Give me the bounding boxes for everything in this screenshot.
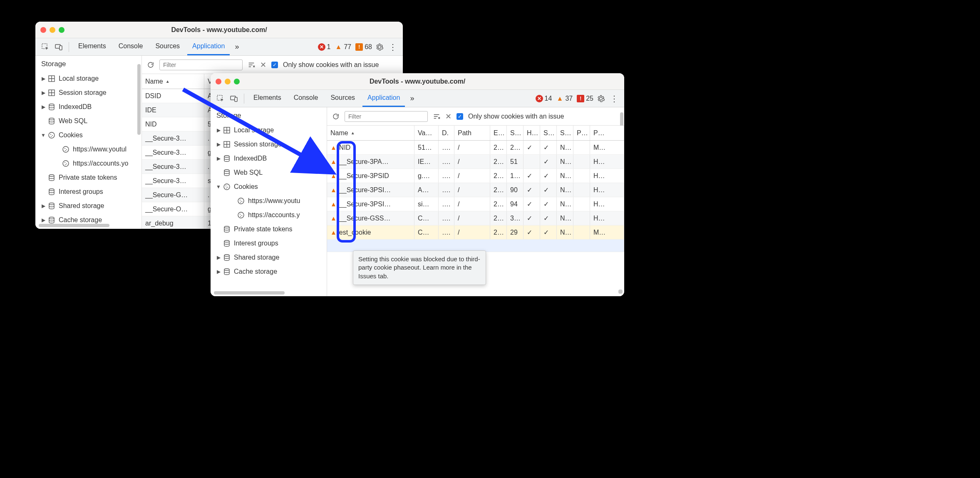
table-row[interactable]: ▲__Secure-3PA…IE……./2…51✓N…H… — [327, 155, 624, 169]
sidebar-item[interactable]: ▶Local storage — [38, 72, 139, 86]
warnings-badge[interactable]: ▲37 — [556, 95, 573, 102]
sidebar-item[interactable]: ▼Cookies — [213, 180, 324, 194]
clear-filter-icon[interactable] — [433, 113, 440, 120]
sidebar-item[interactable]: https://www.youtu — [213, 194, 324, 208]
tab-elements[interactable]: Elements — [248, 90, 286, 107]
disclosure-icon: ▼ — [216, 184, 221, 190]
kebab-icon[interactable]: ⋮ — [387, 41, 399, 53]
minimize-window[interactable] — [50, 27, 55, 33]
more-tabs-icon[interactable]: » — [232, 42, 241, 51]
more-tabs-icon[interactable]: » — [407, 94, 417, 103]
sidebar-item[interactable]: ▶Shared storage — [213, 250, 324, 265]
col-head[interactable]: E… — [490, 126, 507, 140]
sidebar-item[interactable]: ▶Session storage — [213, 137, 324, 151]
tab-elements[interactable]: Elements — [73, 38, 111, 55]
sidebar-item[interactable]: ▶Session storage — [38, 86, 139, 100]
warnings-badge[interactable]: ▲77 — [335, 43, 351, 51]
tab-application[interactable]: Application — [187, 38, 230, 55]
col-name[interactable]: Name — [142, 74, 204, 89]
sidebar-item[interactable]: https://accounts.yo — [38, 156, 139, 171]
device-icon[interactable] — [53, 41, 65, 53]
table-row[interactable]: ▲__Secure-GSS…C……./2…3…✓✓N…H… — [327, 211, 624, 225]
settings-icon[interactable] — [374, 41, 385, 53]
sidebar-item[interactable]: https://www.youtul — [38, 142, 139, 156]
sidebar-item[interactable]: Private state tokens — [213, 222, 324, 236]
tab-sources[interactable]: Sources — [150, 38, 185, 55]
refresh-icon[interactable] — [332, 113, 340, 120]
sidebar: Storage ▶Local storage▶Session storage▶I… — [35, 56, 142, 229]
col-head[interactable]: Name — [327, 126, 414, 140]
col-head[interactable]: H… — [523, 126, 540, 140]
col-head[interactable]: D. — [439, 126, 454, 140]
close-window[interactable] — [216, 79, 221, 84]
sidebar-item[interactable]: ▶IndexedDB — [213, 151, 324, 166]
tab-console[interactable]: Console — [289, 90, 323, 107]
col-head[interactable]: S… — [540, 126, 557, 140]
kebab-icon[interactable]: ⋮ — [608, 93, 620, 104]
filter-input[interactable] — [345, 111, 428, 122]
svg-point-41 — [226, 188, 227, 188]
col-head[interactable]: S… — [557, 126, 573, 140]
only-issues-checkbox[interactable]: ✓ — [271, 62, 278, 68]
close-window[interactable] — [40, 27, 46, 33]
tab-application[interactable]: Application — [362, 90, 405, 107]
sidebar-hscrollbar[interactable] — [214, 291, 285, 295]
errors-badge[interactable]: ✕1 — [318, 43, 331, 51]
cell: ▲est_cookie — [327, 225, 414, 239]
sidebar-item[interactable]: Private state tokens — [38, 171, 139, 185]
svg-point-42 — [238, 198, 244, 204]
disclosure-icon: ▶ — [216, 255, 221, 260]
sidebar-item[interactable]: ▼Cookies — [38, 128, 139, 142]
tab-sources[interactable]: Sources — [325, 90, 360, 107]
zoom-window[interactable] — [234, 79, 240, 84]
clear-all-icon[interactable]: ✕ — [260, 60, 266, 69]
errors-badge[interactable]: ✕14 — [536, 95, 552, 102]
sidebar-item[interactable]: Interest groups — [213, 236, 324, 250]
sidebar-item[interactable]: ▶Shared storage — [38, 199, 139, 213]
col-head[interactable]: P… — [590, 126, 624, 140]
svg-point-17 — [66, 149, 67, 150]
settings-icon[interactable] — [595, 93, 607, 104]
col-head[interactable]: S… — [507, 126, 523, 140]
messages-badge[interactable]: !25 — [577, 95, 593, 102]
only-issues-checkbox[interactable]: ✓ — [457, 113, 463, 120]
table-row[interactable]: ▲est_cookieC……./2…29✓✓N…M… — [327, 225, 624, 240]
messages-badge[interactable]: !68 — [355, 43, 372, 51]
col-head[interactable]: Va… — [414, 126, 439, 140]
table-row[interactable]: ▲NID51……./2…2…✓✓N…M… — [327, 141, 624, 155]
cell: ✓ — [523, 141, 540, 154]
table-row[interactable]: ▲__Secure-3PSIDg.……./2…1…✓✓N…H… — [327, 169, 624, 183]
device-icon[interactable] — [228, 93, 240, 104]
refresh-icon[interactable] — [147, 61, 154, 69]
clear-all-icon[interactable]: ✕ — [445, 112, 452, 121]
warning-icon: ▲ — [330, 172, 337, 179]
sidebar-hscrollbar[interactable] — [39, 224, 109, 227]
db-icon — [222, 240, 231, 247]
sidebar-scrollbar[interactable] — [137, 64, 141, 135]
col-head[interactable]: P… — [573, 126, 590, 140]
tab-console[interactable]: Console — [114, 38, 148, 55]
inspect-icon[interactable] — [40, 41, 51, 53]
cell: M… — [590, 225, 624, 239]
sidebar-item[interactable]: ▶IndexedDB — [38, 100, 139, 114]
sidebar-item[interactable]: Web SQL — [213, 166, 324, 180]
filter-input[interactable] — [159, 59, 243, 70]
sidebar-item[interactable]: Web SQL — [38, 114, 139, 128]
sidebar-item[interactable]: ▶Local storage — [213, 123, 324, 137]
disclosure-icon: ▼ — [40, 132, 46, 138]
cell: N… — [557, 197, 573, 211]
table-row[interactable]: ▲__Secure-3PSI…A……./2…90✓✓N…H… — [327, 183, 624, 197]
sidebar-item[interactable]: ▶Cache storage — [213, 265, 324, 279]
cell: 2… — [490, 169, 507, 183]
grid-icon — [47, 75, 56, 82]
minimize-window[interactable] — [225, 79, 231, 84]
col-head[interactable]: Path — [454, 126, 490, 140]
table-row[interactable]: ▲__Secure-3PSI…si……./2…94✓✓N…H… — [327, 197, 624, 211]
zoom-window[interactable] — [59, 27, 65, 33]
clear-filter-icon[interactable] — [248, 61, 255, 69]
cell: si… — [414, 197, 439, 211]
sidebar-item[interactable]: https://accounts.y — [213, 208, 324, 222]
corner-scroll[interactable] — [618, 290, 623, 294]
inspect-icon[interactable] — [215, 93, 226, 104]
sidebar-item[interactable]: Interest groups — [38, 185, 139, 199]
